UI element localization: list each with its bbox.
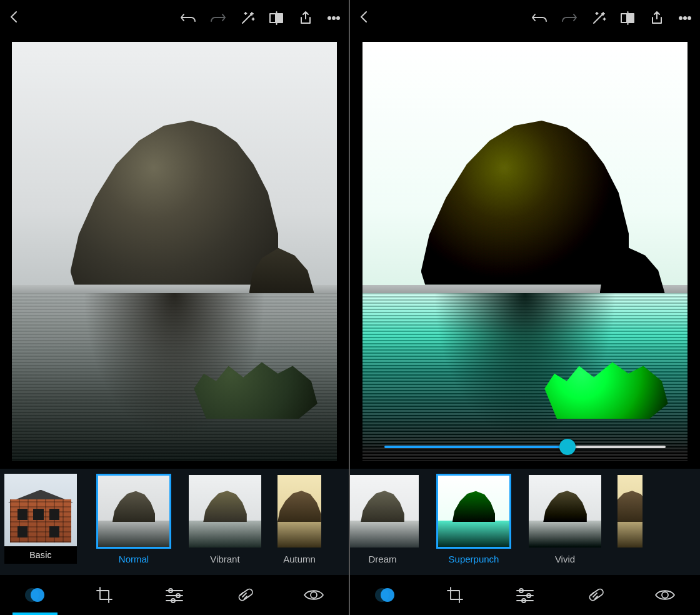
undo-icon[interactable] xyxy=(180,11,196,25)
redo-icon[interactable] xyxy=(210,11,226,25)
redo-icon[interactable] xyxy=(561,11,578,25)
photo-preview xyxy=(362,42,688,461)
more-horizontal-icon[interactable] xyxy=(678,12,692,24)
filter-label: Autumn xyxy=(283,554,316,564)
back-icon[interactable] xyxy=(8,10,21,24)
filter-superpunch[interactable]: Superpunch xyxy=(435,474,512,564)
split-compare-icon[interactable] xyxy=(620,11,636,25)
tab-crop[interactable] xyxy=(82,575,127,615)
tab-adjust[interactable] xyxy=(502,575,548,615)
filter-label: Dream xyxy=(368,554,396,564)
svg-point-24 xyxy=(688,17,691,19)
tab-looks[interactable] xyxy=(12,575,58,615)
filter-list[interactable]: Normal Vibrant Autumn xyxy=(81,474,349,564)
more-horizontal-icon[interactable] xyxy=(326,12,341,24)
share-icon[interactable] xyxy=(650,11,664,26)
undo-icon[interactable] xyxy=(531,11,548,25)
magic-wand-icon[interactable] xyxy=(240,11,255,26)
intensity-slider[interactable] xyxy=(384,438,666,456)
slider-thumb[interactable] xyxy=(559,439,576,455)
tab-crop[interactable] xyxy=(432,575,478,615)
tab-heal[interactable] xyxy=(572,575,618,615)
svg-point-3 xyxy=(328,17,331,19)
filter-partial-next[interactable] xyxy=(618,474,642,549)
category-label: Basic xyxy=(4,546,77,564)
top-toolbar xyxy=(0,0,349,36)
svg-line-34 xyxy=(593,593,597,597)
svg-point-22 xyxy=(679,17,682,19)
tab-adjust[interactable] xyxy=(152,575,197,615)
svg-rect-19 xyxy=(621,14,627,22)
filter-label: Vibrant xyxy=(210,554,239,564)
tab-looks[interactable] xyxy=(362,575,408,615)
filter-list[interactable]: ed Dream Superpunch Vivid xyxy=(350,474,700,564)
editor-pane-right: ed Dream Superpunch Vivid xyxy=(350,0,700,615)
filter-strip: ed Dream Superpunch Vivid xyxy=(350,469,700,575)
tab-heal[interactable] xyxy=(222,575,267,615)
filter-label: Normal xyxy=(119,554,149,564)
photo-preview xyxy=(12,42,337,461)
svg-rect-20 xyxy=(628,14,634,22)
tab-redeye[interactable] xyxy=(291,575,336,615)
filter-autumn[interactable]: Autumn xyxy=(278,474,321,564)
svg-point-4 xyxy=(332,17,335,19)
svg-line-15 xyxy=(242,593,246,597)
filter-category[interactable]: Basic xyxy=(0,474,81,564)
svg-point-37 xyxy=(662,592,668,598)
filter-vivid[interactable]: Vivid xyxy=(526,474,604,564)
canvas[interactable] xyxy=(0,36,349,469)
svg-point-23 xyxy=(684,17,686,19)
share-icon[interactable] xyxy=(299,11,312,26)
svg-rect-1 xyxy=(277,14,282,22)
filter-label: Vivid xyxy=(555,554,575,564)
bottom-tabbar xyxy=(0,575,349,615)
magic-wand-icon[interactable] xyxy=(591,11,606,26)
top-toolbar xyxy=(350,0,700,36)
canvas[interactable] xyxy=(350,36,700,469)
filter-label: Superpunch xyxy=(449,554,499,564)
split-compare-icon[interactable] xyxy=(269,11,285,25)
filter-dream[interactable]: Dream xyxy=(350,474,421,564)
editor-pane-left: Basic Normal Vibrant Autumn xyxy=(0,0,350,615)
svg-rect-0 xyxy=(270,14,276,22)
svg-point-7 xyxy=(31,588,44,602)
svg-point-18 xyxy=(311,592,317,598)
filter-vibrant[interactable]: Vibrant xyxy=(186,474,264,564)
back-icon[interactable] xyxy=(358,10,371,24)
svg-point-5 xyxy=(337,17,339,19)
filter-strip: Basic Normal Vibrant Autumn xyxy=(0,469,349,575)
bottom-tabbar xyxy=(350,575,700,615)
tab-redeye[interactable] xyxy=(642,575,688,615)
svg-point-26 xyxy=(381,588,394,602)
filter-normal[interactable]: Normal xyxy=(95,474,172,564)
category-thumb xyxy=(4,474,77,546)
